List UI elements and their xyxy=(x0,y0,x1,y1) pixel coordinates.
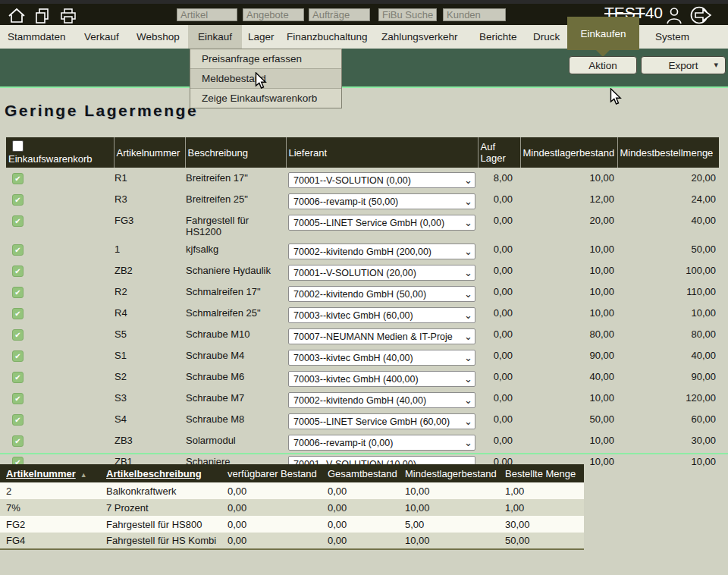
row-checkbox[interactable]: ✔ xyxy=(12,372,24,383)
artikelnummer-cell: FG4 xyxy=(0,533,100,549)
einkaufen-tab[interactable]: Einkaufen xyxy=(567,17,639,50)
row-checkbox[interactable]: ✔ xyxy=(12,393,24,404)
menu-item-meldebestand[interactable]: Meldebestand xyxy=(190,69,341,89)
einkaufen-tab-label: Einkaufen xyxy=(580,28,626,39)
supplier-select[interactable]: 70002--kivitendo GmbH (40,00)⌄ xyxy=(288,392,475,408)
supplier-select[interactable]: 70005--LINET Service GmbH (0,00)⌄ xyxy=(288,215,475,231)
menu-item-stammdaten[interactable]: Stammdaten xyxy=(8,25,66,49)
article-row-S3: ✔S3Schraube M770002--kivitendo GmbH (40,… xyxy=(6,388,719,409)
row-checkbox[interactable]: ✔ xyxy=(12,266,24,277)
article-row-S2: ✔S2Schraube M670003--kivtec GmbH (400,00… xyxy=(6,366,719,388)
chevron-down-icon: ⌄ xyxy=(463,435,472,450)
supplier-select[interactable]: 70003--kivtec GmbH (40,00)⌄ xyxy=(288,350,475,366)
menu-item-webshop[interactable]: Webshop xyxy=(136,25,180,49)
supplier-select[interactable]: 70006--revamp-it (50,00)⌄ xyxy=(288,193,475,209)
artikelnummer-cell: 7% xyxy=(0,499,100,516)
supplier-select[interactable]: 70002--kivitendo GmbH (50,00)⌄ xyxy=(288,286,475,302)
menu-item-system[interactable]: System xyxy=(655,25,689,49)
supplier-select[interactable]: 70002--kivitendo GmbH (200,00)⌄ xyxy=(288,244,475,259)
row-checkbox[interactable]: ✔ xyxy=(12,308,24,319)
mindestlagerbestand-cell: 10,00 xyxy=(520,281,617,303)
header-row: EinkaufswarenkorbArtikelnummerBeschreibu… xyxy=(6,137,719,168)
mindestbestellmenge-cell: 60,00 xyxy=(617,409,719,430)
lieferant-cell: 70001--V-SOLUTION (0,00)⌄ xyxy=(286,168,478,189)
supplier-select[interactable]: 70005--LINET Service GmbH (60,00)⌄ xyxy=(288,413,475,429)
mindestbestellmenge-cell: 40,00 xyxy=(617,345,719,366)
row-checkbox[interactable]: ✔ xyxy=(12,435,24,447)
select-all-checkbox[interactable] xyxy=(12,140,24,152)
menu-item-zahlungsverkehr[interactable]: Zahlungsverkehr xyxy=(381,25,458,49)
artikelnummer-cell: S2 xyxy=(114,366,185,388)
column-header-artikelnummer[interactable]: Artikelnummer▲ xyxy=(0,464,100,482)
menu-item-preisanfrage-erfassen[interactable]: Preisanfrage erfassen xyxy=(190,49,341,69)
ordered-article-row-FG2: FG2Fahrgestell für HS8000,000,005,0030,0… xyxy=(0,516,584,533)
cart-checkbox-cell: ✔ xyxy=(6,324,114,345)
lieferant-cell: 70006--revamp-it (50,00)⌄ xyxy=(286,189,478,210)
page-title: Geringe Lagermenge xyxy=(5,102,198,120)
artikelnummer-cell: R1 xyxy=(114,168,185,189)
column-header-artikelnummer: Artikelnummer xyxy=(114,137,185,168)
supplier-select[interactable]: 70003--kivtec GmbH (60,00)⌄ xyxy=(288,307,475,323)
search-input-artikel[interactable] xyxy=(177,8,237,21)
search-input-fibu-suche[interactable] xyxy=(378,8,437,21)
menu-item-verkauf[interactable]: Verkauf xyxy=(84,25,119,49)
row-checkbox[interactable]: ✔ xyxy=(12,414,24,426)
supplier-select-value: 70002--kivitendo GmbH (200,00) xyxy=(293,247,431,257)
menu-item-druck[interactable]: Druck xyxy=(533,25,560,49)
column-header-auf-lager: Auf Lager xyxy=(478,137,520,168)
header-row: Artikelnummer▲Artikelbeschreibungverfügb… xyxy=(0,464,584,482)
search-input-auftr-ge[interactable] xyxy=(309,8,370,21)
lieferant-cell: 70002--kivitendo GmbH (50,00)⌄ xyxy=(286,281,478,303)
supplier-select-value: 70003--kivtec GmbH (400,00) xyxy=(293,374,419,385)
column-header-artikelbeschreibung[interactable]: Artikelbeschreibung xyxy=(100,464,221,482)
export-button[interactable]: Export▾ xyxy=(641,56,726,74)
artikelbeschreibung-cell: Fahrgestell für HS800 xyxy=(100,516,221,533)
row-checkbox[interactable]: ✔ xyxy=(12,215,24,227)
search-input-angebote[interactable] xyxy=(243,8,304,21)
supplier-select[interactable]: 70001--V-SOLUTION (0,00)⌄ xyxy=(288,172,475,188)
row-checkbox[interactable]: ✔ xyxy=(12,287,24,298)
menu-item-zeige-einkaufswarenkorb[interactable]: Zeige Einkaufswarenkorb xyxy=(190,89,341,108)
row-checkbox[interactable]: ✔ xyxy=(12,244,24,256)
supplier-select[interactable]: 70006--revamp-it (0,00)⌄ xyxy=(288,435,475,451)
beschreibung-cell: Breitreifen 25" xyxy=(185,189,286,210)
lieferant-cell: 70005--LINET Service GmbH (0,00)⌄ xyxy=(286,210,478,239)
row-checkbox[interactable]: ✔ xyxy=(12,350,24,362)
supplier-select[interactable]: 70003--kivtec GmbH (400,00)⌄ xyxy=(288,371,475,387)
lieferant-cell: 70005--LINET Service GmbH (60,00)⌄ xyxy=(286,409,478,430)
mindestbestellmenge-cell: 100,00 xyxy=(617,260,719,281)
aktion-button[interactable]: Aktion xyxy=(569,56,637,74)
row-checkbox[interactable]: ✔ xyxy=(12,194,24,206)
chevron-down-icon: ⌄ xyxy=(463,194,472,209)
beschreibung-cell: Schraube M4 xyxy=(185,345,286,366)
menu-item-finanzbuchaltung[interactable]: Finanzbuchaltung xyxy=(287,25,368,49)
ordered-article-row-7: 7%7 Prozent0,000,0010,001,00 xyxy=(0,499,584,516)
ordered-article-row-FG4: FG4Fahrgestell für HS Kombi0,000,0010,00… xyxy=(0,533,584,549)
mindestbestellmenge-cell: 50,00 xyxy=(617,239,719,260)
column-header-label: Einkaufswarenkorb xyxy=(8,153,93,165)
article-row-R1: ✔R1Breitreifen 17"70001--V-SOLUTION (0,0… xyxy=(6,168,719,189)
menu-item-einkauf[interactable]: Einkauf xyxy=(188,25,242,49)
row-checkbox[interactable]: ✔ xyxy=(12,173,24,184)
mindestlagerbestand-cell: 90,00 xyxy=(520,345,617,366)
artikelnummer-cell: S5 xyxy=(114,324,185,345)
mindestbestellmenge-cell: 20,00 xyxy=(617,168,719,189)
supplier-select[interactable]: 70007--NEUMANN Medien & IT-Proje⌄ xyxy=(288,328,475,344)
article-row-R4: ✔R4Schmalreifen 25"70003--kivtec GmbH (6… xyxy=(6,303,719,324)
article-row-R3: ✔R3Breitreifen 25"70006--revamp-it (50,0… xyxy=(6,189,719,210)
article-row-ZB3: ✔ZB3Solarmodul70006--revamp-it (0,00)⌄0,… xyxy=(6,430,719,451)
beschreibung-cell: Schraube M7 xyxy=(185,388,286,409)
mindestbestellmenge-cell: 80,00 xyxy=(617,324,719,345)
aktion-button-label: Aktion xyxy=(588,60,617,71)
artikelnummer-cell: R4 xyxy=(114,303,185,324)
menu-item-lager[interactable]: Lager xyxy=(248,25,275,49)
chevron-down-icon[interactable]: ▾ xyxy=(714,60,718,70)
chevron-down-icon: ⌄ xyxy=(463,215,472,230)
row-checkbox[interactable]: ✔ xyxy=(12,329,24,341)
search-input-kunden[interactable] xyxy=(443,8,506,21)
auf-lager-cell: 0,00 xyxy=(478,239,520,260)
artikelnummer-cell: FG2 xyxy=(0,516,100,533)
menu-item-berichte[interactable]: Berichte xyxy=(479,25,517,49)
gesamtbestand-cell: 0,00 xyxy=(322,533,399,549)
supplier-select[interactable]: 70001--V-SOLUTION (20,00)⌄ xyxy=(288,265,475,281)
